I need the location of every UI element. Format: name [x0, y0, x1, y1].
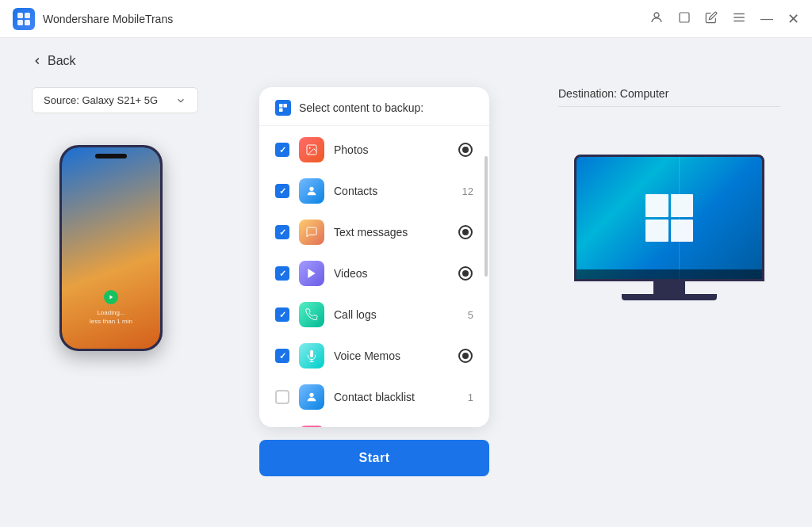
right-panel: Destination: Computer	[558, 87, 780, 300]
content-card: Select content to backup: ✓	[259, 87, 489, 427]
app-title: Wondershare MobileTrans	[43, 13, 173, 25]
items-list[interactable]: ✓ Photos	[259, 126, 489, 427]
phone-side-button-left	[59, 195, 61, 214]
svg-rect-11	[284, 104, 288, 108]
select-all-icon	[275, 100, 291, 116]
svg-point-4	[654, 13, 659, 17]
contacts-count: 12	[462, 185, 473, 197]
svg-point-19	[309, 393, 313, 397]
checkbox-voicememos[interactable]: ✓	[275, 349, 289, 363]
voicememos-label: Voice Memos	[334, 349, 448, 362]
play-icon	[104, 290, 118, 304]
checkbox-videos[interactable]: ✓	[275, 266, 289, 281]
back-label: Back	[48, 54, 76, 68]
voicememos-icon	[299, 343, 324, 369]
svg-rect-10	[279, 104, 283, 108]
list-item-blacklist[interactable]: Contact blacklist 1	[259, 376, 489, 418]
left-panel: Source: Galaxy S21+ 5G	[32, 87, 190, 351]
win-square-2	[671, 194, 694, 217]
computer-container	[558, 155, 780, 300]
svg-point-15	[309, 187, 313, 191]
svg-marker-9	[109, 296, 113, 300]
blacklist-label: Contact blacklist	[334, 391, 458, 403]
card-header-text: Select content to backup:	[299, 101, 423, 114]
blacklist-count: 1	[468, 391, 473, 403]
svg-rect-5	[680, 13, 689, 22]
start-button[interactable]: Start	[259, 440, 489, 476]
svg-rect-0	[17, 13, 23, 18]
list-item-voicememos[interactable]: ✓ Voice Memos	[259, 335, 489, 376]
calllogs-count: 5	[468, 309, 473, 321]
phone-overlay: Loading... less than 1 min	[62, 290, 160, 325]
svg-marker-16	[308, 269, 315, 278]
phone-device: Loading... less than 1 min	[59, 145, 163, 351]
monitor-base	[622, 294, 717, 300]
list-item-calendar[interactable]: Calendar 25	[259, 418, 489, 427]
svg-point-14	[309, 147, 311, 149]
videos-label: Videos	[334, 267, 448, 280]
loading-subtext: less than 1 min	[90, 318, 132, 325]
photos-label: Photos	[334, 143, 448, 156]
voicememos-radio	[458, 348, 473, 364]
blacklist-icon	[299, 384, 324, 410]
phone-notch	[95, 154, 127, 158]
monitor-taskbar	[576, 269, 762, 279]
center-panel: Select content to backup: ✓	[255, 87, 493, 476]
minimize-button[interactable]: —	[760, 12, 773, 26]
checkbox-messages[interactable]: ✓	[275, 225, 289, 239]
contacts-icon	[299, 178, 324, 204]
source-label: Source: Galaxy S21+ 5G	[44, 94, 158, 106]
menu-icon[interactable]	[732, 10, 746, 28]
checkbox-photos[interactable]: ✓	[275, 143, 289, 157]
checkbox-calllogs[interactable]: ✓	[275, 307, 289, 322]
svg-rect-12	[279, 109, 283, 113]
back-button[interactable]: Back	[32, 54, 780, 68]
computer-device	[574, 155, 764, 300]
calendar-icon	[299, 426, 324, 427]
win-square-3	[645, 220, 668, 242]
videos-icon	[299, 261, 324, 286]
svg-rect-3	[25, 20, 30, 25]
list-item-contacts[interactable]: ✓ Contacts 12	[259, 170, 489, 212]
calllogs-label: Call logs	[334, 308, 458, 321]
photos-radio	[458, 142, 473, 158]
checkbox-contacts[interactable]: ✓	[275, 184, 289, 198]
source-selector[interactable]: Source: Galaxy S21+ 5G	[32, 87, 198, 113]
list-item-calllogs[interactable]: ✓ Call logs 5	[259, 294, 489, 335]
windows-logo	[645, 194, 693, 242]
contacts-label: Contacts	[334, 185, 453, 197]
list-item-messages[interactable]: ✓ Text messages	[259, 212, 489, 253]
messages-radio	[458, 224, 473, 240]
phone-screen: Loading... less than 1 min	[62, 147, 160, 349]
messages-icon	[299, 220, 324, 245]
content-area: Source: Galaxy S21+ 5G	[32, 87, 780, 497]
account-icon[interactable]	[649, 10, 664, 28]
monitor-stand	[653, 281, 685, 294]
win-square-1	[645, 194, 668, 217]
monitor-screen	[576, 157, 762, 279]
app-logo	[13, 8, 35, 30]
phone-container: Loading... less than 1 min	[32, 145, 190, 351]
list-item-videos[interactable]: ✓ Videos	[259, 253, 489, 294]
messages-label: Text messages	[334, 226, 448, 239]
svg-rect-1	[25, 13, 30, 18]
titlebar-left: Wondershare MobileTrans	[13, 8, 173, 30]
calllogs-icon	[299, 302, 324, 327]
card-header: Select content to backup:	[259, 87, 489, 126]
svg-rect-2	[17, 20, 23, 25]
checkbox-blacklist[interactable]	[275, 390, 289, 404]
destination-label: Destination: Computer	[558, 87, 780, 107]
close-button[interactable]: ✕	[787, 10, 799, 28]
videos-radio	[458, 265, 473, 281]
edit-icon[interactable]	[705, 11, 718, 27]
titlebar: Wondershare MobileTrans — ✕	[0, 0, 812, 38]
window-icon[interactable]	[678, 11, 691, 27]
titlebar-controls: — ✕	[649, 10, 799, 28]
phone-side-button-right	[161, 191, 163, 215]
monitor	[574, 155, 764, 281]
photos-icon	[299, 137, 324, 162]
list-item-photos[interactable]: ✓ Photos	[259, 129, 489, 170]
loading-text: Loading...	[97, 309, 124, 316]
scroll-bar	[485, 156, 488, 277]
main-content: Back Source: Galaxy S21+ 5G	[0, 38, 812, 527]
